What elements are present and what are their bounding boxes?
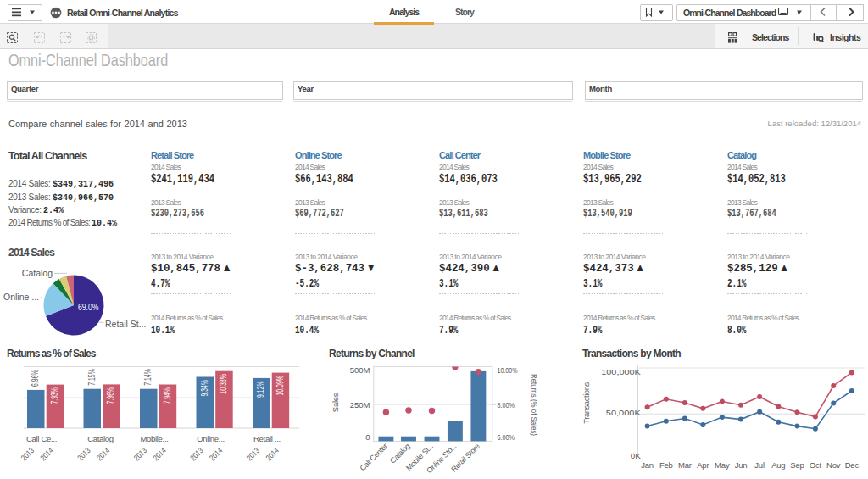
svg-text:Online...: Online... — [197, 434, 225, 443]
svg-text:9.34%: 9.34% — [200, 380, 209, 397]
svg-text:2014: 2014 — [38, 446, 55, 463]
svg-text:Apr: Apr — [697, 460, 709, 470]
svg-text:2014: 2014 — [264, 446, 281, 463]
svg-text:2014: 2014 — [95, 446, 112, 463]
svg-text:Retail St...: Retail St... — [105, 319, 146, 329]
svg-text:7.15%: 7.15% — [87, 369, 97, 386]
svg-text:10.38%: 10.38% — [219, 374, 228, 394]
svg-text:Aug: Aug — [771, 460, 785, 470]
svg-text:7.93%: 7.93% — [50, 387, 59, 404]
svg-text:Retail ...: Retail ... — [253, 434, 281, 443]
svg-text:2013: 2013 — [75, 446, 92, 463]
svg-text:2013: 2013 — [188, 446, 205, 463]
svg-text:0: 0 — [365, 432, 370, 442]
svg-text:7.94%: 7.94% — [163, 387, 172, 404]
svg-text:Mobile...: Mobile... — [140, 434, 168, 443]
svg-text:Catalog: Catalog — [22, 268, 53, 278]
svg-text:Dec: Dec — [845, 460, 860, 470]
svg-text:8.00%: 8.00% — [498, 400, 515, 409]
svg-text:10.00%: 10.00% — [498, 365, 518, 375]
svg-text:69.0%: 69.0% — [78, 302, 99, 312]
svg-text:0K: 0K — [631, 451, 642, 460]
svg-text:100,000K: 100,000K — [601, 367, 641, 376]
svg-text:Nov: Nov — [826, 460, 841, 470]
svg-text:Call Center: Call Center — [359, 442, 389, 472]
svg-text:Jul: Jul — [754, 460, 765, 470]
svg-text:9.12%: 9.12% — [256, 381, 265, 398]
svg-text:Returns (% of Sales): Returns (% of Sales) — [530, 374, 539, 436]
svg-text:500M: 500M — [350, 365, 370, 375]
svg-text:250M: 250M — [350, 400, 370, 409]
svg-text:7.14%: 7.14% — [143, 369, 153, 386]
svg-text:7.96%: 7.96% — [106, 387, 115, 404]
svg-text:2014: 2014 — [208, 446, 225, 463]
svg-text:Mar: Mar — [678, 460, 692, 470]
svg-text:2013: 2013 — [19, 446, 36, 463]
svg-text:Transactions: Transactions — [581, 382, 591, 423]
svg-text:Jun: Jun — [735, 460, 748, 470]
svg-text:Feb: Feb — [659, 460, 673, 470]
svg-text:Catalog: Catalog — [87, 434, 114, 443]
svg-text:6.96%: 6.96% — [31, 370, 40, 387]
svg-text:Oct: Oct — [810, 460, 822, 470]
svg-text:2014: 2014 — [151, 446, 168, 463]
svg-text:2013: 2013 — [244, 446, 261, 463]
svg-text:Online ...: Online ... — [3, 292, 39, 302]
svg-text:Sep: Sep — [790, 460, 804, 470]
svg-text:Sales: Sales — [331, 393, 340, 412]
svg-text:Call Ce...: Call Ce... — [26, 434, 57, 443]
svg-text:50,000K: 50,000K — [606, 408, 642, 417]
svg-text:10.09%: 10.09% — [275, 376, 285, 396]
svg-text:2013: 2013 — [131, 446, 148, 463]
svg-text:May: May — [715, 460, 730, 470]
svg-text:Jan: Jan — [641, 460, 654, 470]
svg-text:6.00%: 6.00% — [498, 432, 515, 442]
